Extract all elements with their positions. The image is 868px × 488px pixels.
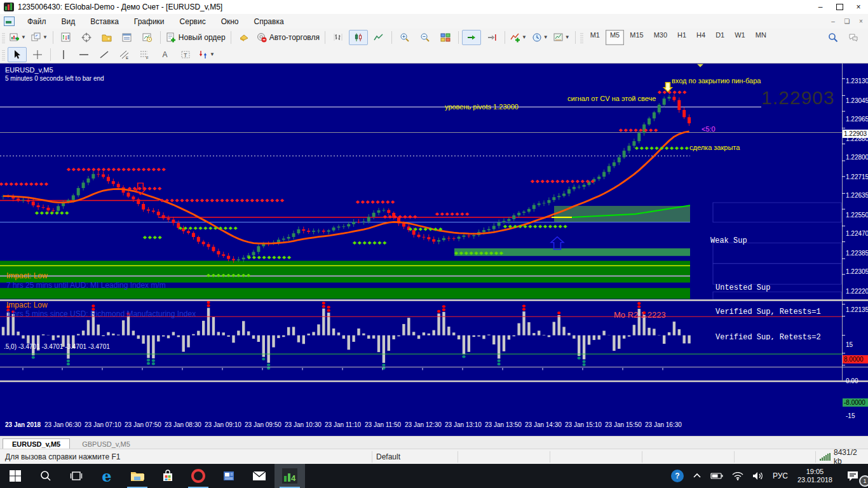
price-axis-label: 1.22385 — [846, 250, 868, 257]
trendline-tool[interactable] — [95, 47, 114, 62]
terminal-button[interactable] — [118, 30, 137, 45]
tab-gbpusd[interactable]: GBPUSD_v,M5 — [72, 438, 140, 449]
fibonacci-icon: F — [140, 50, 150, 60]
oscillator-lower-level-tag: -8.0000 — [843, 398, 868, 407]
timeframe-m1[interactable]: M1 — [586, 30, 604, 45]
navigator-button[interactable] — [97, 30, 116, 45]
taskbar-office-icon[interactable] — [214, 464, 244, 488]
weak-sup-label: Weak Sup — [710, 237, 747, 245]
profiles-button[interactable]: ▼ — [29, 30, 50, 45]
cursor-tool-button[interactable] — [8, 47, 27, 62]
new-chart-button[interactable]: ▼ — [8, 30, 28, 45]
chart-window[interactable]: EURUSD_v,M5 5 minutes 0 seconds left to … — [0, 63, 868, 436]
tile-windows-button[interactable] — [436, 30, 455, 45]
chart-shift-button[interactable] — [482, 30, 501, 45]
menu-bar: Файл Вид Вставка Графики Сервис Окно Спр… — [0, 14, 868, 29]
help-tray-icon[interactable]: ? — [667, 464, 688, 488]
tab-eurusd[interactable]: EURUSD_v,M5 — [3, 438, 70, 449]
bar-chart-button[interactable] — [329, 30, 348, 45]
indicators-button[interactable]: ▼ — [508, 30, 529, 45]
autotrading-button[interactable]: Авто-торговля — [255, 30, 322, 45]
timeframe-h1[interactable]: H1 — [673, 30, 691, 45]
taskbar-explorer-icon[interactable] — [122, 464, 153, 488]
start-button[interactable] — [0, 464, 31, 488]
timeframe-d1[interactable]: D1 — [711, 30, 729, 45]
news-label-2: 1 hrs 5 mins since USD: Richmond Manufac… — [6, 310, 196, 318]
taskbar-mail-icon[interactable] — [244, 464, 275, 488]
toolbar-grip[interactable] — [2, 49, 5, 60]
community-chat-button[interactable] — [844, 30, 863, 45]
taskbar-mt4-icon[interactable]: 4 — [275, 464, 305, 488]
line-chart-button[interactable] — [369, 30, 388, 45]
new-order-button[interactable]: Новый ордер — [164, 30, 227, 45]
time-axis-label: 23 Jan 14:30 — [525, 421, 562, 428]
market-watch-button[interactable] — [57, 30, 76, 45]
child-restore-button[interactable]: ❏ — [840, 18, 854, 25]
timeframe-m5[interactable]: M5 — [606, 30, 624, 45]
impact-label-1: Impact: Low — [6, 272, 48, 280]
menu-file[interactable]: Файл — [20, 15, 54, 28]
taskbar-store-icon[interactable] — [153, 464, 183, 488]
equidistant-channel-tool[interactable]: E — [115, 47, 134, 62]
crosshair-tool-button[interactable] — [28, 47, 47, 62]
untested-sup-label: Untested Sup — [715, 284, 770, 292]
battery-icon[interactable] — [706, 464, 728, 488]
text-label-tool[interactable]: T — [176, 47, 195, 62]
taskbar-search-button[interactable] — [31, 464, 61, 488]
timeframe-w1[interactable]: W1 — [730, 30, 750, 45]
status-cell-empty — [642, 451, 734, 463]
periods-button[interactable]: ▼ — [530, 30, 550, 45]
text-tool[interactable]: A — [156, 47, 175, 62]
toolbar-grip[interactable] — [2, 32, 5, 43]
arrows-tool-button[interactable]: ▼ — [196, 47, 217, 62]
timeframe-m15[interactable]: M15 — [625, 30, 648, 45]
fibonacci-tool[interactable]: F — [135, 47, 154, 62]
restore-button[interactable] — [830, 0, 849, 14]
timeframe-mn[interactable]: MN — [751, 30, 771, 45]
volume-icon[interactable] — [748, 464, 768, 488]
menu-tools[interactable]: Сервис — [172, 15, 214, 28]
menu-help[interactable]: Справка — [247, 15, 292, 28]
menu-window[interactable]: Окно — [214, 15, 247, 28]
child-close-button[interactable]: × — [854, 18, 868, 25]
action-center-button[interactable]: 1 — [837, 464, 868, 488]
strategy-tester-button[interactable] — [138, 30, 157, 45]
chart-window-icon[interactable] — [4, 17, 15, 26]
child-minimize-button[interactable]: – — [826, 18, 840, 25]
data-window-button[interactable] — [77, 30, 96, 45]
metaeditor-button[interactable] — [234, 30, 254, 45]
vertical-line-tool[interactable] — [54, 47, 73, 62]
zoom-in-icon — [400, 32, 410, 43]
horizontal-line-tool[interactable] — [74, 47, 93, 62]
zoom-in-button[interactable] — [395, 30, 414, 45]
drawing-toolbar: E F A T ▼ — [0, 46, 868, 64]
templates-button[interactable]: ▼ — [552, 30, 572, 45]
language-indicator[interactable]: РУС — [768, 464, 792, 488]
taskbar-clock[interactable]: 19:05 23.01.2018 — [792, 468, 837, 484]
zoom-out-button[interactable] — [416, 30, 435, 45]
blue-document-icon — [222, 470, 235, 482]
status-traffic: 8431/2 kb — [815, 451, 868, 463]
close-button[interactable]: × — [849, 0, 868, 14]
tray-expand-chevron[interactable] — [688, 464, 706, 488]
status-profile[interactable]: Default — [372, 451, 458, 463]
menu-insert[interactable]: Вставка — [83, 15, 126, 28]
menu-view[interactable]: Вид — [54, 15, 83, 28]
oscillator-upper-level-tag: 8.0000 — [843, 355, 868, 363]
task-view-button[interactable] — [61, 464, 92, 488]
search-button[interactable] — [824, 30, 843, 45]
minimize-button[interactable]: – — [811, 0, 830, 14]
taskbar-edge-icon[interactable]: e — [92, 464, 122, 488]
crosshair-tool-icon — [32, 50, 43, 60]
main-chart-area: EURUSD_v,M5 5 minutes 0 seconds left to … — [0, 63, 868, 340]
wifi-icon[interactable] — [728, 464, 748, 488]
taskbar-opera-icon[interactable] — [183, 464, 214, 488]
toolbar-grip[interactable] — [580, 32, 583, 43]
auto-scroll-button[interactable] — [462, 30, 481, 45]
time-axis-label: 23 Jan 09:10 — [205, 421, 241, 428]
timeframe-m30[interactable]: M30 — [649, 30, 672, 45]
menu-charts[interactable]: Графики — [126, 15, 172, 28]
timeframe-h4[interactable]: H4 — [692, 30, 710, 45]
market-watch-icon — [61, 32, 71, 43]
candlestick-chart-button[interactable] — [349, 30, 368, 45]
